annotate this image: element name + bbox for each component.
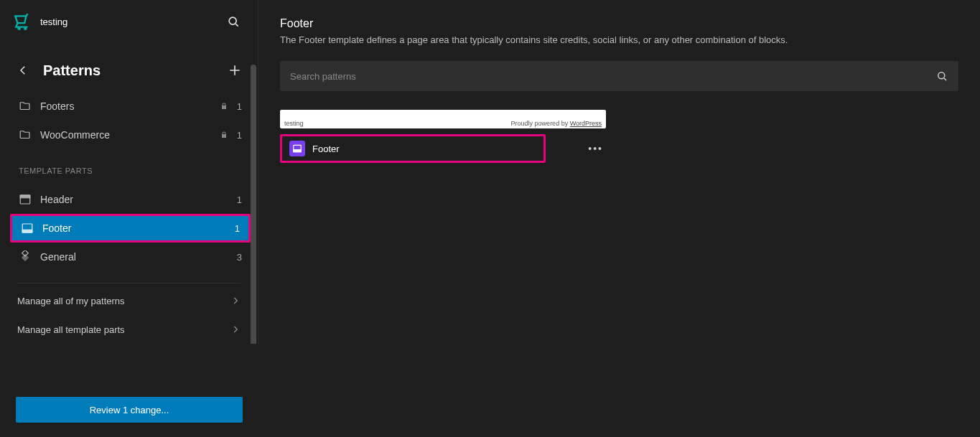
main-content: Footer The Footer template defines a pag… (258, 0, 980, 437)
sidebar-item-count: 3 (237, 252, 242, 263)
chevron-right-icon (230, 324, 241, 334)
pattern-name: Footer (312, 144, 340, 154)
pattern-preview[interactable]: testing Proudly powered by WordPress (280, 110, 606, 128)
sidebar-item-count: 1 (237, 194, 242, 205)
manage-patterns-link[interactable]: Manage all of my patterns (0, 286, 258, 315)
manage-template-parts-link[interactable]: Manage all template parts (0, 315, 258, 344)
sidebar-item-footers[interactable]: Footers 1 (10, 92, 251, 121)
site-name[interactable]: testing (40, 17, 213, 27)
footer-icon (21, 222, 34, 235)
review-bar: Review 1 change... (0, 384, 258, 437)
page-description: The Footer template defines a page area … (280, 34, 926, 45)
pattern-actions-button[interactable]: ••• (588, 143, 603, 154)
lock-icon (220, 131, 228, 139)
sidebar: testing Patterns Foot (0, 0, 258, 437)
sidebar-top: testing (0, 0, 258, 43)
template-parts-list: Header 1 Footer 1 General 3 (0, 179, 258, 271)
search-input[interactable] (290, 71, 935, 82)
manage-parts-label: Manage all template parts (17, 324, 125, 335)
general-icon (19, 250, 32, 263)
sidebar-item-count: 1 (237, 101, 242, 112)
review-changes-button[interactable]: Review 1 change... (16, 397, 243, 423)
preview-site-title: testing (284, 120, 304, 127)
sidebar-item-label: Header (40, 194, 228, 205)
search-patterns-box[interactable] (280, 61, 958, 91)
patterns-header: Patterns (0, 43, 258, 86)
pattern-card: testing Proudly powered by WordPress Foo… (280, 110, 606, 163)
sidebar-item-footer[interactable]: Footer 1 (10, 214, 251, 243)
sidebar-item-label: Footers (40, 100, 211, 112)
add-pattern-button[interactable] (225, 60, 245, 80)
sidebar-item-label: Footer (42, 222, 226, 234)
site-logo-icon[interactable] (13, 12, 32, 31)
sidebar-item-label: WooCommerce (40, 129, 211, 141)
sidebar-item-header[interactable]: Header 1 (10, 185, 251, 214)
manage-patterns-label: Manage all of my patterns (17, 296, 125, 306)
folder-icon (19, 100, 32, 113)
sidebar-item-count: 1 (237, 130, 242, 141)
sidebar-item-label: General (40, 251, 228, 263)
svg-point-9 (938, 72, 945, 79)
folder-icon (19, 128, 32, 141)
header-icon (19, 193, 32, 206)
preview-wordpress-link: WordPress (570, 120, 602, 127)
svg-point-0 (19, 28, 20, 29)
footer-part-icon (289, 141, 305, 156)
sidebar-item-general[interactable]: General 3 (10, 243, 251, 271)
search-icon (935, 70, 948, 83)
svg-rect-4 (20, 195, 30, 198)
svg-rect-8 (22, 255, 28, 260)
chevron-right-icon (230, 296, 241, 306)
divider (17, 283, 241, 283)
back-button[interactable] (13, 60, 33, 80)
template-parts-heading: TEMPLATE PARTS (0, 149, 258, 179)
pattern-categories: Footers 1 WooCommerce 1 (0, 86, 258, 149)
preview-credits: Proudly powered by WordPress (511, 120, 602, 127)
svg-point-1 (24, 28, 26, 29)
panel-title: Patterns (43, 62, 215, 79)
sidebar-item-count: 1 (235, 223, 240, 234)
page-title: Footer (280, 17, 958, 30)
svg-rect-11 (294, 150, 302, 152)
lock-icon (220, 102, 228, 111)
sidebar-scrollbar[interactable] (251, 65, 256, 344)
command-palette-button[interactable] (222, 10, 245, 33)
svg-point-2 (229, 17, 236, 24)
pattern-title-row[interactable]: Footer (280, 134, 546, 163)
sidebar-item-woocommerce[interactable]: WooCommerce 1 (10, 121, 251, 149)
svg-rect-6 (22, 230, 32, 232)
